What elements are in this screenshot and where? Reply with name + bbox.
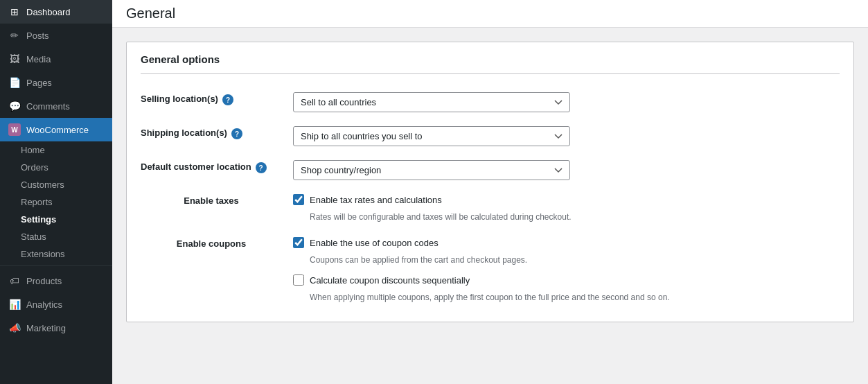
enable-coupons-field: Enable the use of coupon codes Coupons c… xyxy=(293,230,840,311)
default-customer-location-select[interactable]: Shop country/region Geolocate Geolocate … xyxy=(293,160,570,180)
enable-taxes-row: Enable taxes Enable tax rates and calcul… xyxy=(141,187,840,230)
selling-location-field: Sell to all countries Sell to specific c… xyxy=(293,85,840,119)
sidebar-item-dashboard[interactable]: ⊞ Dashboard xyxy=(0,0,112,24)
main-content: General General options Selling location… xyxy=(112,0,868,384)
default-customer-location-label: Default customer location ? xyxy=(141,153,293,187)
enable-coupons-desc1: Coupons can be applied from the cart and… xyxy=(310,254,840,266)
page-header: General xyxy=(112,0,868,28)
enable-taxes-checkbox-row: Enable tax rates and calculations Rates … xyxy=(293,194,840,223)
shipping-location-row: Shipping location(s) ? Ship to all count… xyxy=(141,119,840,153)
shipping-location-select-wrap: Ship to all countries you sell to Ship t… xyxy=(293,126,840,146)
sidebar-subnav-home[interactable]: Home xyxy=(0,141,112,159)
marketing-icon: 📣 xyxy=(8,322,21,334)
shipping-location-help-icon[interactable]: ? xyxy=(231,128,242,139)
sidebar: ⊞ Dashboard ✏ Posts 🖼 Media 📄 Pages 💬 Co… xyxy=(0,0,112,384)
sidebar-subnav-status[interactable]: Status xyxy=(0,228,112,245)
sidebar-subnav-customers[interactable]: Customers xyxy=(0,176,112,193)
sidebar-item-posts[interactable]: ✏ Posts xyxy=(0,24,112,47)
products-icon: 🏷 xyxy=(8,274,21,287)
enable-coupons-checkbox[interactable] xyxy=(293,237,304,248)
comments-icon: 💬 xyxy=(8,100,21,112)
sequential-coupons-checkbox-label[interactable]: Calculate coupon discounts sequentially xyxy=(310,275,470,286)
enable-taxes-field: Enable tax rates and calculations Rates … xyxy=(293,187,840,230)
enable-coupons-desc2: When applying multiple coupons, apply th… xyxy=(310,291,840,304)
sidebar-item-comments[interactable]: 💬 Comments xyxy=(0,94,112,118)
sidebar-item-pages[interactable]: 📄 Pages xyxy=(0,71,112,94)
selling-location-select[interactable]: Sell to all countries Sell to specific c… xyxy=(293,92,570,112)
default-customer-location-help-icon[interactable]: ? xyxy=(256,162,267,173)
enable-taxes-checkbox[interactable] xyxy=(293,194,304,205)
sidebar-item-marketing[interactable]: 📣 Marketing xyxy=(0,316,112,340)
sidebar-item-analytics[interactable]: 📊 Analytics xyxy=(0,293,112,316)
content-area: General options Selling location(s) ? xyxy=(112,28,868,336)
sequential-coupons-checkbox-line: Calculate coupon discounts sequentially xyxy=(293,274,840,286)
sidebar-divider xyxy=(0,265,112,266)
enable-coupons-checkbox1-line: Enable the use of coupon codes xyxy=(293,237,840,248)
sidebar-subnav-extensions[interactable]: Extensions xyxy=(0,245,112,263)
sequential-coupons-checkbox[interactable] xyxy=(293,274,304,286)
shipping-location-field: Ship to all countries you sell to Ship t… xyxy=(293,119,840,153)
analytics-icon: 📊 xyxy=(8,298,21,311)
sidebar-item-woocommerce[interactable]: W WooCommerce xyxy=(0,118,112,141)
section-title: General options xyxy=(141,53,840,74)
dashboard-icon: ⊞ xyxy=(8,6,21,18)
enable-taxes-checkbox-line: Enable tax rates and calculations xyxy=(293,194,840,205)
posts-icon: ✏ xyxy=(8,29,21,42)
media-icon: 🖼 xyxy=(8,53,21,65)
sidebar-subnav-reports[interactable]: Reports xyxy=(0,193,112,211)
general-options-card: General options Selling location(s) ? xyxy=(126,42,854,322)
enable-taxes-label: Enable taxes xyxy=(141,187,293,230)
enable-taxes-checkbox-label[interactable]: Enable tax rates and calculations xyxy=(310,195,442,205)
default-customer-location-field: Shop country/region Geolocate Geolocate … xyxy=(293,153,840,187)
shipping-location-select[interactable]: Ship to all countries you sell to Ship t… xyxy=(293,126,570,146)
selling-location-row: Selling location(s) ? Sell to all countr… xyxy=(141,85,840,119)
enable-coupons-checkbox1-label[interactable]: Enable the use of coupon codes xyxy=(310,238,439,248)
form-table: Selling location(s) ? Sell to all countr… xyxy=(141,85,840,311)
default-customer-location-select-wrap: Shop country/region Geolocate Geolocate … xyxy=(293,160,840,180)
selling-location-help-icon[interactable]: ? xyxy=(222,94,233,105)
sidebar-subnav-settings[interactable]: Settings xyxy=(0,211,112,228)
enable-coupons-checkbox-row: Enable the use of coupon codes Coupons c… xyxy=(293,237,840,304)
sidebar-item-media[interactable]: 🖼 Media xyxy=(0,47,112,71)
sidebar-item-products[interactable]: 🏷 Products xyxy=(0,269,112,293)
woocommerce-icon: W xyxy=(8,123,21,136)
pages-icon: 📄 xyxy=(8,76,21,89)
enable-coupons-row: Enable coupons Enable the use of coupon … xyxy=(141,230,840,311)
shipping-location-label: Shipping location(s) ? xyxy=(141,119,293,153)
page-title: General xyxy=(126,6,854,21)
enable-coupons-label: Enable coupons xyxy=(141,230,293,311)
selling-location-select-wrap: Sell to all countries Sell to specific c… xyxy=(293,92,840,112)
selling-location-label: Selling location(s) ? xyxy=(141,85,293,119)
enable-taxes-desc: Rates will be configurable and taxes wil… xyxy=(310,211,840,223)
sidebar-subnav-orders[interactable]: Orders xyxy=(0,159,112,176)
default-customer-location-row: Default customer location ? Shop country… xyxy=(141,153,840,187)
